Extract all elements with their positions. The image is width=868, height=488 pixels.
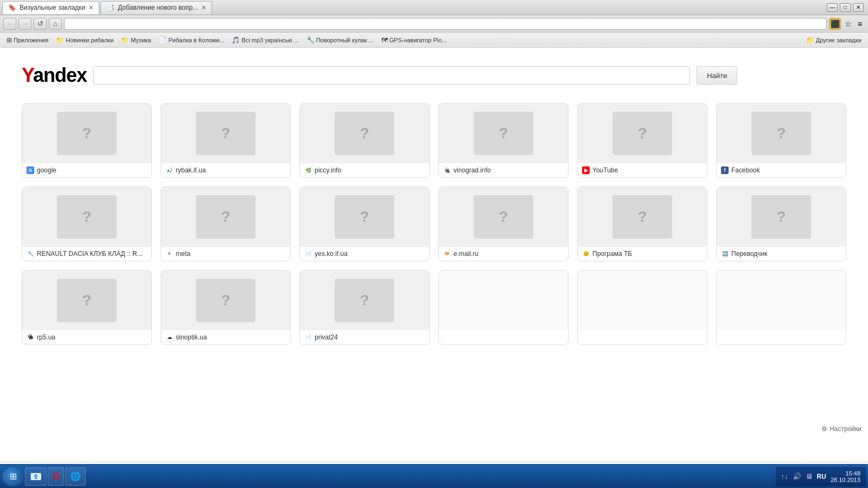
bookmarks-bar-fishing-news[interactable]: 📁 Новинки рибалки: [53, 35, 117, 45]
site-favicon: 📄: [304, 333, 312, 341]
bookmark-label: 🎣rybak.if.ua: [161, 163, 290, 177]
tab-close-btn2[interactable]: ✕: [201, 4, 206, 11]
reload-button[interactable]: ↺: [34, 18, 47, 30]
bookmark-card[interactable]: ?🔤Переводчик: [716, 187, 846, 261]
settings-label: Настройки: [829, 425, 861, 433]
thumbnail-placeholder: ?: [335, 279, 394, 322]
close-button[interactable]: ✕: [853, 3, 864, 12]
bookmark-title: rp5.ua: [37, 333, 55, 341]
link-icon-3: 📄: [158, 36, 167, 44]
thumbnail-placeholder: ?: [335, 195, 394, 239]
tab-label2: Добавление нового вопр...: [118, 4, 198, 11]
bookmark-title: Програма ТБ: [592, 250, 632, 258]
bookmarks-bar-gps[interactable]: 🗺 GPS-навигатор Рio...: [378, 35, 450, 45]
bookmark-card[interactable]: [438, 270, 569, 345]
bookmark-card[interactable]: ?🌿piccy.info: [299, 103, 430, 178]
bm-label-4: Всі mp3 українські ...: [241, 37, 298, 43]
bookmark-card[interactable]: ?📄privat24: [299, 270, 430, 345]
thumbnail-placeholder: ?: [196, 279, 256, 322]
bookmarks-bar-other[interactable]: 📁 Другие закладки: [803, 35, 865, 45]
bookmark-card[interactable]: [716, 270, 846, 345]
clock-time: 15:48: [831, 470, 860, 477]
bookmark-thumbnail: ?: [300, 271, 429, 330]
folder-icon-1: 📁: [56, 36, 64, 44]
bookmark-star-icon[interactable]: ☆: [843, 19, 853, 29]
bookmarks-bar-kulak[interactable]: 🔧 Поворотный кулак ...: [303, 35, 377, 45]
bookmark-card[interactable]: ?✉e.mail.ru: [438, 187, 569, 261]
bookmarks-bar-music[interactable]: 📁 Музика: [118, 35, 154, 45]
navigation-bar: ← → ↺ ⌂ ⬛ ☆ ≡: [0, 15, 868, 33]
gear-icon: ⚙: [821, 425, 827, 433]
settings-link[interactable]: ⚙ Настройки: [821, 425, 861, 433]
address-bar[interactable]: [64, 18, 827, 30]
bookmark-card[interactable]: ?📄yes.ko.if.ua: [299, 187, 430, 261]
menu-icon[interactable]: ≡: [855, 19, 865, 29]
start-button[interactable]: ⊞: [2, 467, 24, 486]
tab-add-bookmark[interactable]: 📑 Добавление нового вопр... ✕: [100, 1, 212, 14]
bookmark-thumbnail: ?: [161, 104, 290, 163]
thumbnail-placeholder: ?: [612, 112, 672, 155]
apps-label: Приложения: [14, 37, 48, 43]
page-content: Yandex Найти ?Ggoogle?🎣rybak.if.ua?🌿picc…: [0, 48, 868, 461]
bookmark-title: RENAULT DACIA КЛУБ КЛАД :: R...: [37, 250, 143, 258]
yandex-search-button[interactable]: Найти: [697, 66, 737, 85]
bookmark-card[interactable]: ?✦meta: [161, 187, 291, 261]
back-button[interactable]: ←: [3, 18, 16, 30]
minimize-button[interactable]: —: [827, 3, 838, 12]
site-favicon: 🎣: [165, 166, 173, 174]
bookmark-card[interactable]: ?🍇vinograd.info: [438, 103, 569, 178]
thumbnail-placeholder: ?: [751, 112, 811, 155]
site-favicon: ✉: [443, 250, 451, 258]
display-icon: 🖥: [806, 472, 813, 480]
bookmarks-bar-mp3[interactable]: 🎵 Всі mp3 українські ...: [228, 35, 302, 45]
home-button[interactable]: ⌂: [49, 18, 62, 30]
extensions-icon[interactable]: ⬛: [829, 18, 841, 30]
tab-label: Визуальные закладки: [20, 4, 85, 11]
bookmark-card[interactable]: ?😊Програма ТБ: [577, 187, 707, 261]
bookmark-title: Переводчик: [731, 250, 768, 258]
yandex-logo: Yandex: [22, 64, 87, 87]
thumbnail-placeholder: ?: [57, 195, 117, 239]
email-icon: 📧: [30, 471, 42, 483]
bookmark-card[interactable]: [577, 270, 707, 345]
bookmark-title: rybak.if.ua: [176, 166, 206, 174]
taskbar-opera[interactable]: O: [48, 467, 64, 486]
bookmark-thumbnail: ?: [22, 104, 151, 163]
bookmark-title: piccy.info: [315, 166, 341, 174]
tab-close-btn[interactable]: ✕: [88, 4, 93, 11]
thumbnail-placeholder: ?: [751, 195, 811, 239]
bookmark-card[interactable]: ?🌦rp5.ua: [22, 270, 152, 345]
bookmark-label: 🔤Переводчик: [717, 247, 846, 261]
tab-favicon: 🔖: [8, 4, 16, 11]
tray-lang: RU: [817, 473, 826, 480]
bookmark-card[interactable]: ?☁sinoptik.ua: [161, 270, 291, 345]
window-controls: — □ ✕: [827, 3, 868, 12]
bookmark-card[interactable]: ?fFacebook: [716, 103, 846, 178]
bookmark-card[interactable]: ?🔧RENAULT DACIA КЛУБ КЛАД :: R...: [22, 187, 152, 261]
yandex-search-input[interactable]: [93, 66, 690, 85]
bm-other-label: Другие закладки: [816, 37, 861, 43]
taskbar-chrome[interactable]: 🌐: [65, 467, 86, 486]
forward-button[interactable]: →: [18, 18, 31, 30]
bookmark-title: YouTube: [592, 166, 618, 174]
maximize-button[interactable]: □: [840, 3, 851, 12]
bookmark-label: ☁sinoptik.ua: [161, 330, 290, 344]
bookmark-label: 🌦rp5.ua: [22, 330, 151, 344]
bookmark-card[interactable]: ?🎣rybak.if.ua: [161, 103, 291, 178]
link-icon-5: 🔧: [307, 36, 315, 44]
bookmarks-bar-apps[interactable]: ⊞ Приложения: [3, 35, 52, 45]
bookmarks-bar-rybak[interactable]: 📄 Рибалка в Коломи...: [155, 35, 227, 45]
bookmark-card[interactable]: ?Ggoogle: [22, 103, 152, 178]
thumbnail-placeholder: ?: [335, 112, 394, 155]
bookmark-thumbnail: ?: [717, 104, 846, 163]
clock-display: 15:48 28.10.2013: [831, 470, 860, 483]
tab-visual-bookmarks[interactable]: 🔖 Визуальные закладки ✕: [2, 1, 99, 14]
bm-label-3: Рибалка в Коломи...: [168, 37, 224, 43]
opera-icon: O: [53, 472, 59, 481]
bookmark-title: Facebook: [731, 166, 760, 174]
bookmark-card[interactable]: ?▶YouTube: [577, 103, 707, 178]
chrome-icon: 🌐: [70, 471, 81, 481]
taskbar-email[interactable]: 📧: [25, 467, 47, 486]
bookmark-thumbnail: [439, 271, 568, 330]
title-bar: 🔖 Визуальные закладки ✕ 📑 Добавление нов…: [0, 0, 868, 15]
